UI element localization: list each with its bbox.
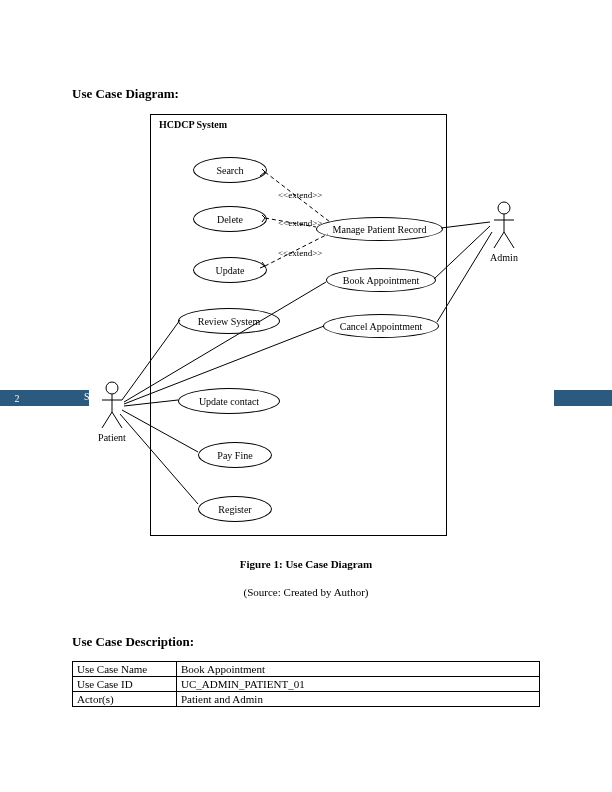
extend-label-2: <<extend>> — [278, 218, 322, 228]
svg-point-0 — [106, 382, 118, 394]
svg-line-8 — [494, 232, 504, 248]
cell-id-label: Use Case ID — [73, 677, 177, 692]
usecase-manage-record: Manage Patient Record — [316, 217, 443, 241]
usecase-update-contact: Update contact — [178, 388, 280, 414]
actor-admin-label: Admin — [484, 252, 524, 263]
extend-label-1: <<extend>> — [278, 190, 322, 200]
svg-line-3 — [102, 412, 112, 428]
use-case-description-table: Use Case Name Book Appointment Use Case … — [72, 661, 540, 707]
svg-line-4 — [112, 412, 122, 428]
usecase-register: Register — [198, 496, 272, 522]
table-row: Actor(s) Patient and Admin — [73, 692, 540, 707]
figure-source: (Source: Created by Author) — [0, 586, 612, 598]
usecase-delete: Delete — [193, 206, 267, 232]
heading-use-case-description: Use Case Description: — [72, 634, 194, 650]
cell-actors-label: Actor(s) — [73, 692, 177, 707]
table-row: Use Case Name Book Appointment — [73, 662, 540, 677]
usecase-review: Review System — [178, 308, 280, 334]
svg-line-9 — [504, 232, 514, 248]
extend-label-3: <<extend>> — [278, 248, 322, 258]
usecase-book-appt: Book Appointment — [326, 268, 436, 292]
usecase-cancel-appt: Cancel Appointment — [323, 314, 439, 338]
heading-use-case-diagram: Use Case Diagram: — [72, 86, 179, 102]
system-title: HCDCP System — [159, 119, 227, 130]
usecase-pay-fine: Pay Fine — [198, 442, 272, 468]
cell-id-value: UC_ADMIN_PATIENT_01 — [177, 677, 540, 692]
side-bar-right — [554, 390, 612, 406]
side-letter: S — [84, 391, 90, 402]
table-row: Use Case ID UC_ADMIN_PATIENT_01 — [73, 677, 540, 692]
svg-point-5 — [498, 202, 510, 214]
cell-name-label: Use Case Name — [73, 662, 177, 677]
actor-admin: Admin — [490, 200, 524, 263]
usecase-search: Search — [193, 157, 267, 183]
cell-actors-value: Patient and Admin — [177, 692, 540, 707]
cell-name-value: Book Appointment — [177, 662, 540, 677]
actor-patient-label: Patient — [92, 432, 132, 443]
figure-caption: Figure 1: Use Case Diagram — [0, 558, 612, 570]
svg-line-13 — [441, 222, 490, 228]
side-bar-left: S — [34, 390, 89, 406]
actor-patient: Patient — [98, 380, 132, 443]
usecase-update: Update — [193, 257, 267, 283]
page-number: 2 — [0, 390, 34, 406]
